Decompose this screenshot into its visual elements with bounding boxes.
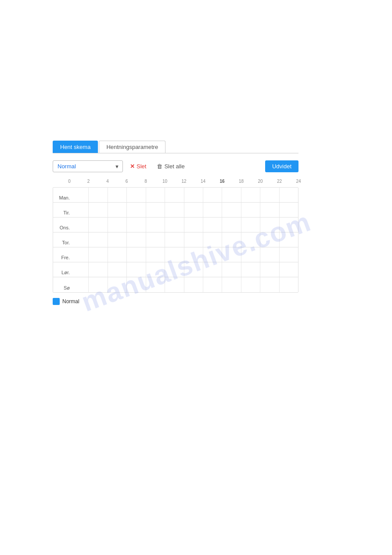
x-icon: ✕ xyxy=(130,163,135,170)
day-row-ons: Ons. xyxy=(53,218,298,232)
trash-icon: 🗑 xyxy=(157,163,162,170)
hour-label-20: 20 xyxy=(258,179,263,184)
hour-label-12: 12 xyxy=(181,179,186,184)
tick-8 xyxy=(222,188,241,202)
tick-1 xyxy=(88,188,107,202)
schedule-grid: Man. xyxy=(53,187,298,293)
day-row-so: Sø xyxy=(53,277,298,292)
udvidet-button[interactable]: Udvidet xyxy=(265,160,298,172)
tab-hentningsparametre[interactable]: Hentningsparametre xyxy=(99,141,165,153)
tick-2 xyxy=(108,188,126,202)
tick-0 xyxy=(70,188,88,202)
day-timeline-lor[interactable] xyxy=(70,262,298,277)
tick-4 xyxy=(146,188,165,202)
legend: Normal xyxy=(53,298,298,305)
hour-label-2: 2 xyxy=(87,179,90,184)
day-label-lor: Lør. xyxy=(53,262,70,277)
dropdown-wrapper: Normal ▼ xyxy=(53,160,123,172)
tick-10 xyxy=(260,188,279,202)
hour-label-16: 16 xyxy=(219,179,224,184)
slet-label: Slet xyxy=(137,163,146,170)
day-row-lor: Lør. xyxy=(53,262,298,277)
tick-3 xyxy=(126,188,145,202)
toolbar-row: Normal ▼ ✕ Slet 🗑 Slet alle Udvidet xyxy=(53,160,298,172)
tick-6 xyxy=(184,188,203,202)
day-timeline-so[interactable] xyxy=(70,277,298,292)
day-timeline-man[interactable] xyxy=(70,188,298,202)
schedule-type-dropdown[interactable]: Normal xyxy=(53,160,123,172)
day-label-tor: Tor. xyxy=(53,232,70,247)
tick-9 xyxy=(241,188,260,202)
day-timeline-ons[interactable] xyxy=(70,218,298,232)
day-label-tir: Tir. xyxy=(53,203,70,217)
grid-header: 0 2 4 6 8 10 12 14 16 18 20 22 24 xyxy=(53,178,298,187)
hour-label-6: 6 xyxy=(126,179,128,184)
tick-5 xyxy=(165,188,183,202)
day-timeline-fre[interactable] xyxy=(70,247,298,262)
tab-hent-skema[interactable]: Hent skema xyxy=(53,141,98,153)
day-label-so: Sø xyxy=(53,277,70,292)
tabs-row: Hent skema Hentningsparametre xyxy=(53,141,298,153)
day-label-man: Man. xyxy=(53,188,70,202)
tick-7 xyxy=(203,188,222,202)
slet-alle-button[interactable]: 🗑 Slet alle xyxy=(153,161,188,172)
day-timeline-tor[interactable] xyxy=(70,232,298,247)
hour-label-10: 10 xyxy=(162,179,167,184)
hour-label-18: 18 xyxy=(239,179,244,184)
hour-label-22: 22 xyxy=(277,179,282,184)
day-label-fre: Fre. xyxy=(53,247,70,262)
legend-color-normal xyxy=(53,298,60,305)
day-row-fre: Fre. xyxy=(53,247,298,262)
slet-alle-label: Slet alle xyxy=(164,163,184,170)
hour-label-14: 14 xyxy=(201,179,205,184)
day-row-tir: Tir. xyxy=(53,203,298,218)
hour-label-24: 24 xyxy=(296,179,301,184)
legend-label-normal: Normal xyxy=(62,298,79,305)
hour-label-4: 4 xyxy=(106,179,109,184)
day-row-tor: Tor. xyxy=(53,232,298,247)
day-timeline-tir[interactable] xyxy=(70,203,298,217)
day-row-man: Man. xyxy=(53,188,298,203)
hour-label-8: 8 xyxy=(144,179,147,184)
day-label-ons: Ons. xyxy=(53,218,70,232)
tick-11 xyxy=(279,188,298,202)
slet-button[interactable]: ✕ Slet xyxy=(126,161,150,172)
hour-label-0: 0 xyxy=(68,179,71,184)
